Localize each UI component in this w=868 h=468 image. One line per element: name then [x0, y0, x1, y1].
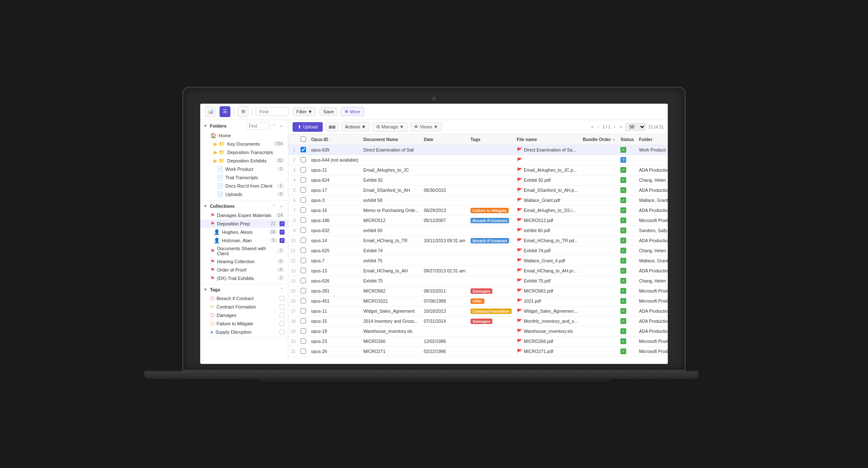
manage-btn[interactable]: ⚙ Manage ▼	[372, 122, 408, 132]
first-page-btn[interactable]: «	[591, 124, 595, 130]
sidebar-item-failure-mitigate[interactable]: ⬡ Failure to Mitigate	[200, 319, 288, 328]
col-bundle-header[interactable]: Bundle Order ▼	[580, 134, 618, 145]
supply-disruption-checkbox[interactable]	[280, 329, 285, 335]
collections-add-btn[interactable]: ＋	[278, 203, 285, 209]
row-check[interactable]	[298, 346, 309, 356]
row-check[interactable]	[298, 165, 309, 175]
table-row[interactable]: 20 opus-23 MICRO266 12/02/1996 🚩 MICRO26…	[288, 336, 668, 346]
table-row[interactable]: 6 opus-3 exhibit 58 🚩 Wallace_Grant.pdf …	[288, 195, 668, 205]
sidebar-item-dep-exhibits[interactable]: ▶ 📁 Deposition Exhibits 22 ⋮	[200, 157, 288, 165]
dep-prep-checkbox[interactable]: ✓	[280, 221, 285, 226]
sidebar-item-hughes[interactable]: 👤 Hughes, Alexis 16 ✓ ⋮	[200, 228, 288, 236]
sidebar-item-hearing[interactable]: ⚑ Hearing Collection 0 ⋮	[200, 257, 288, 266]
table-row[interactable]: 9 opus-632 exhibit 60 🚩 exhibit 60.pdf ✓…	[288, 225, 668, 235]
row-check[interactable]	[298, 286, 309, 296]
table-row[interactable]: 18 opus-15 2014 Inventory and Gross... 0…	[288, 316, 668, 326]
table-row[interactable]: 5 opus-17 Email_SSanford_to_AH 06/30/201…	[288, 185, 668, 195]
row-checkbox[interactable]	[301, 157, 306, 162]
row-checkbox[interactable]	[301, 258, 306, 263]
sidebar-item-supply-disruption[interactable]: ● Supply Disruption	[200, 328, 288, 336]
collections-collapse-btn[interactable]: ⌃	[271, 203, 277, 209]
table-row[interactable]: 8 opus-186 MICRO512 05/12/2007 Breach if…	[288, 215, 668, 225]
row-check[interactable]	[298, 336, 309, 346]
views-btn[interactable]: 👁 Views ▼	[410, 122, 442, 131]
grid-view-btn[interactable]: ⊞⊞	[325, 123, 339, 131]
table-row[interactable]: 7 opus-16 Memo re Purchasing Orde... 06/…	[288, 205, 668, 215]
table-row[interactable]: 4 opus-624 Exhibit 92 🚩 Exhibit 92.pdf ✓…	[288, 175, 668, 185]
row-checkbox[interactable]	[301, 278, 306, 283]
save-btn[interactable]: Save	[319, 107, 337, 116]
row-check[interactable]	[298, 225, 309, 235]
list-icon-btn[interactable]: ☰	[220, 106, 230, 117]
folders-collapse-btn[interactable]: ⌃	[271, 123, 277, 130]
row-checkbox[interactable]	[301, 227, 306, 233]
col-name-header[interactable]: Document Name	[361, 134, 421, 145]
table-row[interactable]: 2 opus-644 (not available) 🚩 ? 1-1	[288, 155, 668, 165]
upload-btn[interactable]: ⬆ Upload	[293, 122, 323, 132]
select-all-checkbox[interactable]	[301, 136, 306, 142]
row-check[interactable]	[298, 296, 309, 306]
col-date-header[interactable]: Date	[421, 134, 468, 145]
sidebar-item-order-proof[interactable]: ⚑ Order of Proof 4 ⋮	[200, 266, 288, 274]
row-checkbox[interactable]	[301, 238, 306, 243]
failure-mitigate-checkbox[interactable]	[280, 321, 285, 326]
row-checkbox[interactable]	[301, 187, 306, 193]
holzman-checkbox[interactable]: ✓	[280, 238, 285, 243]
row-checkbox[interactable]	[301, 177, 306, 183]
row-checkbox[interactable]	[301, 268, 306, 273]
row-check[interactable]	[298, 306, 309, 316]
sidebar-item-trial-transcripts[interactable]: 📄 Trial Transcripts ⋮	[200, 173, 288, 182]
col-folder-header[interactable]: Folder	[636, 134, 668, 145]
sidebar-item-work-product[interactable]: 📄 Work Product 3 ⋮	[200, 165, 288, 173]
row-checkbox[interactable]	[301, 338, 306, 344]
row-check[interactable]	[298, 246, 309, 256]
col-file-header[interactable]: File name	[514, 134, 580, 145]
folders-find[interactable]	[246, 123, 269, 130]
table-row[interactable]: 21 opus-26 MICRO271 02/22/1996 🚩 MICRO27…	[288, 346, 668, 356]
table-row[interactable]: 11 opus-625 Exhibit 74 🚩 Exhibit 74.pdf …	[288, 246, 668, 256]
table-row[interactable]: 1 opus-639 Direct Examination of Sali 🚩 …	[288, 145, 668, 155]
row-checkbox[interactable]	[301, 197, 306, 203]
row-checkbox[interactable]	[301, 318, 306, 324]
chart-icon-btn[interactable]: 📊	[205, 106, 216, 117]
col-tags-header[interactable]: Tags	[468, 134, 514, 145]
table-row[interactable]: 12 opus-7 exhibit 75 🚩 Wallace_Grant_4.p…	[288, 256, 668, 266]
actions-btn[interactable]: Actions ▼	[341, 122, 370, 131]
sidebar-item-key-docs[interactable]: ▶ 📁 Key Documents 734 ⋮	[200, 140, 288, 148]
hughes-checkbox[interactable]: ✓	[280, 230, 285, 235]
sidebar-item-breach-contract[interactable]: ⬡ Breach if Contract	[200, 294, 288, 303]
folders-add-btn[interactable]: ＋	[278, 123, 285, 130]
contract-formation-checkbox[interactable]	[280, 304, 285, 309]
row-checkbox[interactable]	[301, 207, 306, 213]
sidebar-item-damages[interactable]: ⬡ Damages	[200, 311, 288, 319]
row-checkbox[interactable]	[301, 308, 306, 314]
table-row[interactable]: 3 opus-21 Email_AHughes_to_JC 🚩 Email_AH…	[288, 165, 668, 175]
find-input[interactable]	[256, 107, 289, 116]
row-check[interactable]	[298, 195, 309, 205]
row-check[interactable]	[298, 316, 309, 326]
table-row[interactable]: 17 opus-11 Widget_Sales_Agreement 10/18/…	[288, 306, 668, 316]
row-check[interactable]	[298, 326, 309, 336]
row-check[interactable]	[298, 145, 309, 155]
row-check[interactable]	[298, 256, 309, 266]
last-page-btn[interactable]: »	[619, 124, 623, 130]
prev-page-btn[interactable]: ‹	[597, 124, 600, 130]
more-btn[interactable]: ⊕ More	[341, 107, 364, 116]
table-row[interactable]: 10 opus-14 Email_HChang_to_TR 10/11/2013…	[288, 235, 668, 246]
table-row[interactable]: 16 opus-451 MICRO1021 07/06/1998 Offer 🚩…	[288, 296, 668, 306]
breach-contract-checkbox[interactable]	[280, 296, 285, 301]
per-page-select[interactable]: 50 25 100	[625, 123, 646, 131]
row-checkbox[interactable]	[301, 167, 306, 173]
row-checkbox[interactable]	[301, 328, 306, 334]
sidebar-item-holzman[interactable]: 👤 Holzman, Alan 5 ✓ ⋮	[200, 236, 288, 245]
col-status-header[interactable]: Status	[618, 134, 636, 145]
table-row[interactable]: 13 opus-13 Email_HChang_to_AH 09/27/2013…	[288, 266, 668, 276]
sidebar-item-contract-formation[interactable]: ✏ Contract Formation	[200, 303, 288, 311]
grid-icon-btn[interactable]: ⊞	[238, 106, 248, 117]
row-check[interactable]	[298, 266, 309, 276]
sidebar-item-docs-client[interactable]: 📄 Docs Rec'd from Client 1 ⋮	[200, 182, 288, 190]
row-check[interactable]	[298, 155, 309, 165]
filter-btn[interactable]: Filter ▼	[293, 107, 316, 116]
sidebar-item-uploads[interactable]: 📄 Uploads 0 ⋮	[200, 190, 288, 199]
row-checkbox[interactable]	[301, 147, 306, 152]
